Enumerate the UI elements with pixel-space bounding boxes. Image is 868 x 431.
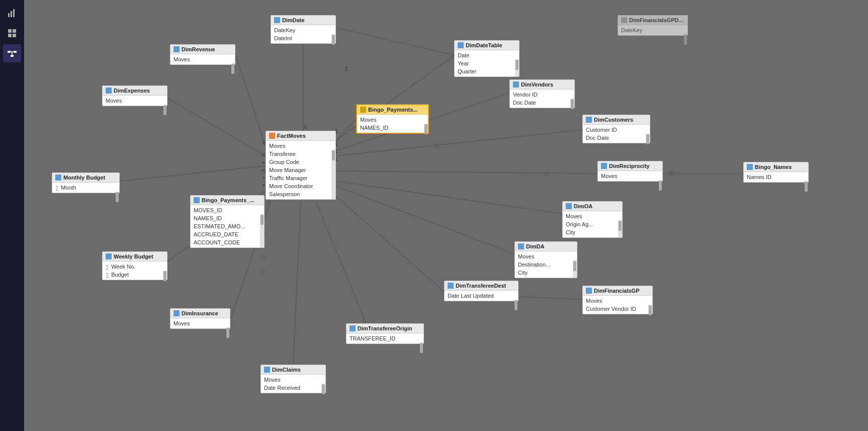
svg-point-52: [671, 171, 675, 176]
diagram-canvas[interactable]: 1 1 * * * * * * 1 1 1 1 DimDate DateKey …: [24, 0, 868, 431]
factmoves-field-6: Move Coordinator: [266, 182, 335, 190]
bingo-payments-selected-header: Bingo_Payments...: [357, 105, 428, 115]
dimda-field-2: Destination...: [515, 261, 577, 269]
svg-rect-6: [13, 34, 16, 37]
dimoa-header: DimOA: [563, 202, 622, 211]
table-dimdatetable[interactable]: DimDateTable Date Year Quarter: [454, 40, 519, 77]
dimdatetable-field-1: Date: [455, 51, 519, 59]
svg-point-48: [261, 270, 265, 274]
dimdate-field-1: DateKey: [271, 26, 335, 34]
table-bingo-payments-selected[interactable]: Bingo_Payments... Moves NAMES_ID: [356, 104, 429, 134]
table-dimfinancialsgp[interactable]: DimFinancialsGP Moves Customer Vendor ID: [582, 286, 653, 314]
dimfinancialsgpd-header: DimFinancialsGPD...: [618, 16, 687, 25]
table-dimtransfereeorigin[interactable]: DimTransfereeOrigin TRANSFEREE_ID: [346, 323, 424, 344]
dimoa-field-3: City: [563, 228, 622, 236]
svg-rect-8: [14, 51, 17, 53]
table-dimtransfereedest[interactable]: DimTransfereeDest Date Last Updated: [444, 281, 518, 301]
svg-line-15: [167, 98, 266, 156]
dimcustomers-field-1: Customer ID: [583, 126, 650, 134]
table-factmoves[interactable]: FactMoves Moves Transferee Group Code Mo…: [266, 131, 336, 200]
svg-rect-1: [11, 11, 12, 17]
table-dimreciprocity[interactable]: DimReciprocity Moves: [597, 161, 663, 182]
dimda-header: DimDA: [515, 242, 577, 251]
svg-text:*: *: [263, 176, 265, 183]
svg-line-18: [336, 119, 356, 141]
svg-line-27: [336, 196, 444, 292]
dimdatetable-header: DimDateTable: [455, 41, 519, 50]
factmoves-field-5: Traffic Manager: [266, 174, 335, 182]
table-bingo-names[interactable]: Bingo_Names Names ID: [743, 162, 809, 183]
table-dimvendors[interactable]: DimVendors Vendor ID Doc Date: [509, 79, 575, 108]
svg-line-16: [120, 166, 266, 181]
diminsurance-header: DimInsurance: [170, 309, 230, 318]
dimreciprocity-header: DimReciprocity: [598, 161, 662, 171]
svg-rect-2: [13, 9, 15, 17]
diminsurance-field-1: Moves: [170, 319, 230, 327]
dimvendors-header: DimVendors: [510, 80, 574, 90]
table-dimrevenue[interactable]: DimRevenue Moves: [170, 44, 235, 65]
table-bingo-payments2[interactable]: Bingo_Payments_... MOVES_ID NAMES_ID EST…: [190, 195, 265, 248]
weekly-budget-field-1: ∑Week No.: [103, 263, 167, 271]
svg-text:*: *: [263, 168, 265, 175]
svg-rect-9: [11, 55, 14, 57]
dimfinancialsgp-field-2: Customer Vendor ID: [583, 305, 652, 313]
svg-text:*: *: [263, 153, 265, 160]
table-dimfinancialsgpd[interactable]: DimFinancialsGPD... DateKey: [618, 15, 688, 36]
dimvendors-field-2: Doc Date: [510, 99, 574, 107]
relationship-lines: 1 1 * * * * * * 1 1 1 1: [24, 0, 868, 431]
svg-line-14: [235, 54, 266, 146]
monthly-budget-header: Monthly Budget: [52, 173, 119, 183]
sidebar-model[interactable]: [3, 44, 21, 62]
bingo-payments2-field-1: MOVES_ID: [191, 206, 264, 214]
dimda-field-3: City: [515, 269, 577, 277]
factmoves-field-3: Group Code: [266, 158, 335, 166]
dimclaims-field-2: Date Received: [261, 384, 325, 392]
table-dimcustomers[interactable]: DimCustomers Customer ID Doc Date: [582, 115, 650, 143]
dimdatetable-field-3: Quarter: [455, 67, 519, 75]
sidebar-data[interactable]: [3, 24, 21, 42]
factmoves-header: FactMoves: [266, 131, 335, 141]
table-dimclaims[interactable]: DimClaims Moves Date Received: [261, 365, 326, 393]
svg-rect-5: [8, 34, 12, 37]
monthly-budget-field-1: ∑Month: [52, 184, 119, 192]
table-monthly-budget[interactable]: Monthly Budget ∑Month: [52, 173, 120, 193]
sidebar-reports[interactable]: [3, 4, 21, 22]
dimexpenses-field-1: Moves: [103, 97, 167, 105]
dimoa-field-2: Origin Ag...: [563, 220, 622, 228]
dimtransfereedest-header: DimTransfereeDest: [445, 281, 518, 291]
bingo-payments2-field-3: ESTIMATED_AMO...: [191, 222, 264, 230]
svg-text:1: 1: [345, 66, 348, 71]
bingo-payments-sel-field-1: Moves: [357, 116, 428, 124]
table-dimoa[interactable]: DimOA Moves Origin Ag... City: [562, 201, 623, 238]
factmoves-field-4: Move Manager: [266, 166, 335, 174]
bingo-names-field-1: Names ID: [744, 173, 808, 181]
factmoves-field-1: Moves: [266, 142, 335, 150]
bingo-payments2-header: Bingo_Payments_...: [191, 196, 264, 205]
table-dimda[interactable]: DimDA Moves Destination... City: [514, 241, 577, 278]
dimclaims-header: DimClaims: [261, 365, 325, 375]
dimcustomers-field-2: Doc Date: [583, 134, 650, 142]
table-weekly-budget[interactable]: Weekly Budget ∑Week No. ∑Budget: [102, 251, 167, 280]
dimrevenue-field-1: Moves: [170, 55, 235, 63]
svg-rect-4: [13, 29, 16, 33]
dimfinancialsgpd-field-1: DateKey: [618, 26, 687, 34]
svg-text:*: *: [263, 183, 265, 190]
dimexpenses-header: DimExpenses: [103, 86, 167, 96]
svg-text:1: 1: [304, 124, 307, 129]
table-diminsurance[interactable]: DimInsurance Moves: [170, 308, 230, 329]
table-dimexpenses[interactable]: DimExpenses Moves: [102, 85, 167, 106]
svg-point-49: [435, 144, 439, 148]
svg-line-13: [336, 28, 454, 55]
table-dimdate[interactable]: DimDate DateKey DateInt: [271, 15, 336, 44]
svg-line-24: [336, 181, 562, 214]
dimreciprocity-field-1: Moves: [598, 172, 662, 180]
dimtransfereedest-field-1: Date Last Updated: [445, 292, 518, 300]
dimfinancialsgp-header: DimFinancialsGP: [583, 286, 652, 296]
svg-rect-3: [8, 29, 12, 33]
weekly-budget-field-2: ∑Budget: [103, 271, 167, 279]
svg-point-50: [545, 171, 549, 176]
dimdate-field-2: DateInt: [271, 34, 335, 42]
dimdatetable-field-2: Year: [455, 59, 519, 67]
dimtransfereeorigin-field-1: TRANSFEREE_ID: [346, 334, 423, 342]
bingo-names-header: Bingo_Names: [744, 162, 808, 172]
